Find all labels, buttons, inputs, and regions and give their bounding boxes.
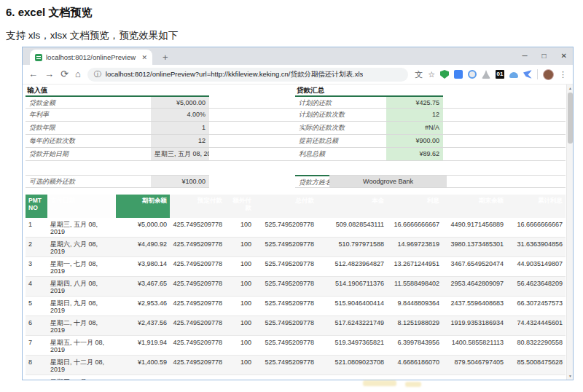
table-cell: 525.7495209778 [254,238,317,257]
table-cell: 14.969723819 [387,238,442,257]
swirl-extension-icon[interactable] [468,70,477,79]
table-cell: 星期二, 十月 08, 2019 [47,316,116,336]
table-cell: 2.9316822658 [387,375,442,380]
tab-favicon-icon [35,54,42,61]
input-value: 4.00% [151,109,209,122]
page-title: 6. excel 文档预览 [6,6,92,20]
kebab-menu-icon[interactable]: ⋮ [559,70,567,79]
table-cell: ¥5,000.00 [116,218,170,238]
address-bar[interactable]: ⓘ localhost:8012/onlinePreview?url=http:… [87,68,408,82]
translate-icon[interactable]: 文 [415,69,423,80]
table-cell: 星期日, 九月 08, 2019 [47,297,116,316]
amortization-header-row: PMT NO支付日期期初余额预定付款额外付款总付款本金利息期末余额累计利息 [26,195,566,218]
bookmark-star-icon[interactable]: ☆ [428,70,435,79]
table-cell: 星期三, 一月 08, 2020 [47,375,116,380]
summary-value: #N/A [386,122,443,135]
table-cell: 11.5588498402 [387,277,442,297]
profile-avatar[interactable] [543,69,554,80]
summary-value: ¥89.62 [386,148,443,161]
input-label: 每年的还款次数 [26,135,151,148]
table-cell: 100 [225,375,254,380]
table-cell: 4.6686186070 [387,356,442,375]
browser-tab[interactable]: localhost:8012/onlinePreview ✕ [30,50,152,65]
extra-payment-value: ¥100.00 [151,175,209,188]
table-cell: 517.6243221749 [317,316,387,336]
scroll-up-icon[interactable]: ▲ [567,85,573,92]
back-icon[interactable]: ← [28,69,38,79]
extra-payment-label: 可选的额外还款 [26,175,151,188]
table-cell: 1 [26,218,47,238]
tab-close-icon[interactable]: ✕ [141,54,147,61]
table-cell: 66.3072457573 [506,297,566,316]
extra-row: 可选的额外还款 ¥100.00 贷款方姓名 Woodgrove Bank [26,175,566,188]
column-header: 额外付款 [225,195,254,218]
table-cell: 9.8448809364 [387,297,442,316]
table-cell: 7 [26,336,47,356]
close-button[interactable]: ✕ [561,52,567,60]
table-cell: 星期五, 十一月 08, 2019 [47,336,116,356]
maximize-button[interactable]: □ [542,52,547,60]
table-cell: 100 [225,336,254,356]
summary-value: ¥900.00 [386,135,443,148]
table-cell: 星期一, 七月 08, 2019 [47,257,116,277]
table-cell: 13.2671244951 [387,257,442,277]
table-cell: 56.4623648209 [506,277,566,297]
cloud-extension-icon[interactable] [509,72,518,78]
shield-extension-icon[interactable] [440,70,449,79]
table-cell: 525.7495209778 [254,297,317,316]
table-cell: 425.7495209778 [170,336,225,356]
badge-extension-icon[interactable]: 01 [496,70,504,79]
toolbar-separator [537,69,538,79]
browser-window: localhost:8012/onlinePreview ✕ + ─ □ ✕ ←… [22,47,574,380]
table-cell: 425.7495209778 [170,297,225,316]
input-section-title: 输入值 [26,86,151,95]
table-cell: 525.7495209778 [254,375,317,380]
column-header: PMT NO [26,195,47,218]
column-header: 预定付款 [170,195,225,218]
table-cell: 879.5046797405 [442,356,506,375]
table-cell: 100 [225,257,254,277]
table-cell: 425.7495209778 [170,238,225,257]
table-cell: 74.4324445601 [506,316,566,336]
table-row: 5星期日, 九月 08, 2019¥2,953.46425.7495209778… [26,297,566,316]
forward-icon[interactable]: → [44,69,54,79]
home-icon[interactable]: ⌂ [75,69,81,79]
table-cell: 80.8322290558 [506,336,566,356]
reload-icon[interactable]: ⟳ [60,69,69,79]
table-cell: 1400.5855821113 [442,336,506,356]
table-cell: 6 [26,316,47,336]
scrollbar-thumb[interactable] [568,93,573,144]
table-cell: 4 [26,277,47,297]
table-cell: 525.7495209778 [254,316,317,336]
table-row: 4星期四, 八月 08, 2019¥3,467.65425.7495209778… [26,277,566,297]
table-row: 9星期三, 一月 08, 2020¥879.50425.749520977810… [26,375,566,380]
minimize-button[interactable]: ─ [522,52,527,60]
table-cell: 2437.5596408683 [442,297,506,316]
column-header: 支付日期 [47,195,116,218]
gray-extension-icon[interactable] [482,70,490,79]
table-row: 6星期二, 十月 08, 2019¥2,437.56425.7495209778… [26,316,566,336]
table-cell: 星期三, 五月 08, 2019 [47,218,116,238]
table-cell: 星期日, 十二月 08, 2019 [47,356,116,375]
scroll-down-icon[interactable]: ▼ [567,372,573,380]
table-cell: 425.7495209778 [170,375,225,380]
new-tab-button[interactable]: + [163,52,168,63]
column-header: 累计利息 [506,195,566,218]
amortization-table-body: 1星期三, 五月 08, 2019¥5,000.00425.7495209778… [26,218,566,380]
table-cell: 2 [26,238,47,257]
bird-extension-icon[interactable] [523,70,532,79]
table-cell: 525.7495209778 [254,218,317,238]
site-info-icon[interactable]: ⓘ [94,69,101,79]
table-cell: 521.0809023708 [317,356,387,375]
upper-grid: 贷款金额 ¥5,000.00 计划的还款 ¥425.75 年利率 4.00% 计… [26,95,566,161]
input-value: 1 [151,122,209,135]
table-cell: 425.7495209778 [170,277,225,297]
table-cell: ¥1,919.94 [116,336,170,356]
table-cell: 356.6868410285 [442,375,506,380]
table-cell: 515.9046400414 [317,297,387,316]
table-cell: ¥3,467.65 [116,277,170,297]
vertical-scrollbar[interactable]: ▲ ▼ [566,85,573,380]
excel-preview-area: 输入值 贷款汇总 贷款金额 ¥5,000.00 计划的还款 ¥425.75 年利… [23,85,573,380]
translate-extension-icon[interactable] [454,70,463,79]
table-cell: 星期六, 六月 08, 2019 [47,238,116,257]
